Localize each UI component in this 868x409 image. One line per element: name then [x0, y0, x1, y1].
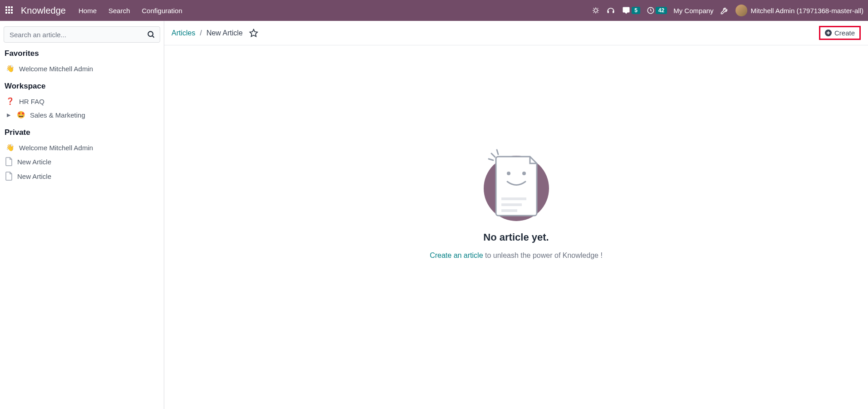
sidebar-item-sales-marketing[interactable]: ▶ 🤩 Sales & Marketing	[4, 108, 160, 122]
wave-icon: 👋	[5, 143, 15, 152]
user-avatar	[736, 5, 747, 16]
create-button-label: Create	[834, 29, 855, 37]
create-button[interactable]: Create	[819, 26, 861, 40]
breadcrumb-current: New Article	[206, 29, 243, 37]
support-icon[interactable]	[606, 6, 615, 15]
navbar-right: 5 42 My Company Mitchell Admin (17971368…	[592, 5, 863, 16]
section-private-title: Private	[5, 128, 159, 137]
svg-point-2	[148, 31, 153, 36]
sidebar-item-label: Welcome Mitchell Admin	[19, 144, 93, 152]
empty-title: No article yet.	[483, 232, 549, 243]
app-brand[interactable]: Knowledge	[21, 5, 66, 16]
top-navbar: Knowledge Home Search Configuration 5 42…	[0, 0, 868, 21]
question-icon: ❓	[5, 97, 15, 105]
sidebar-item-favorite-welcome[interactable]: 👋 Welcome Mitchell Admin	[4, 62, 160, 75]
breadcrumb-root[interactable]: Articles	[172, 29, 195, 37]
document-icon	[5, 157, 13, 166]
debug-icon[interactable]	[592, 6, 600, 15]
chevron-right-icon[interactable]: ▶	[5, 112, 12, 118]
activities-badge: 42	[656, 7, 667, 14]
breadcrumb-separator: /	[200, 29, 201, 37]
apps-grid-icon[interactable]	[5, 6, 14, 15]
create-article-link[interactable]: Create an article	[430, 251, 483, 259]
sidebar-item-label: New Article	[17, 158, 51, 166]
wave-icon: 👋	[5, 64, 15, 73]
star-eyes-icon: 🤩	[16, 111, 25, 119]
nav-links: Home Search Configuration	[78, 7, 182, 15]
sidebar-item-private-welcome[interactable]: 👋 Welcome Mitchell Admin	[4, 141, 160, 154]
section-workspace-title: Workspace	[5, 82, 159, 91]
search-input[interactable]	[4, 26, 160, 43]
user-menu[interactable]: Mitchell Admin (17971368-master-all)	[736, 5, 863, 16]
svg-point-0	[594, 9, 598, 12]
nav-link-configuration[interactable]: Configuration	[142, 7, 182, 15]
svg-marker-3	[250, 29, 258, 36]
sidebar-item-hr-faq[interactable]: ❓ HR FAQ	[4, 94, 160, 108]
main-content: Articles / New Article Create	[164, 21, 868, 409]
empty-subtitle-rest: to unleash the power of Knowledge !	[483, 251, 603, 259]
svg-point-6	[522, 172, 526, 175]
messages-icon[interactable]: 5	[622, 6, 640, 15]
nav-link-home[interactable]: Home	[78, 7, 97, 15]
empty-subtitle: Create an article to unleash the power o…	[430, 251, 603, 260]
empty-illustration-icon	[482, 145, 550, 222]
breadcrumb: Articles / New Article	[172, 29, 258, 38]
tools-icon[interactable]	[720, 6, 729, 15]
favorite-star-icon[interactable]	[249, 29, 258, 38]
search-icon[interactable]	[147, 30, 156, 39]
svg-rect-9	[501, 209, 517, 212]
messages-badge: 5	[632, 7, 640, 14]
svg-rect-7	[501, 197, 526, 200]
empty-state: No article yet. Create an article to unl…	[164, 45, 868, 409]
company-selector[interactable]: My Company	[673, 7, 713, 15]
sidebar-item-label: New Article	[17, 172, 51, 180]
activities-icon[interactable]: 42	[647, 6, 667, 15]
sidebar-item-label: Welcome Mitchell Admin	[19, 65, 93, 73]
sidebar: Favorites 👋 Welcome Mitchell Admin Works…	[0, 21, 164, 409]
sidebar-item-label: Sales & Marketing	[30, 111, 85, 119]
svg-rect-8	[501, 203, 522, 206]
plus-circle-icon	[825, 30, 832, 36]
sidebar-item-label: HR FAQ	[19, 98, 44, 105]
breadcrumb-bar: Articles / New Article Create	[164, 21, 868, 45]
user-name: Mitchell Admin (17971368-master-all)	[751, 7, 863, 15]
section-favorites-title: Favorites	[5, 49, 159, 58]
sidebar-item-new-article-1[interactable]: New Article	[4, 154, 160, 169]
svg-point-5	[507, 172, 510, 175]
nav-link-search[interactable]: Search	[108, 7, 130, 15]
sidebar-item-new-article-2[interactable]: New Article	[4, 169, 160, 183]
document-icon	[5, 172, 13, 181]
